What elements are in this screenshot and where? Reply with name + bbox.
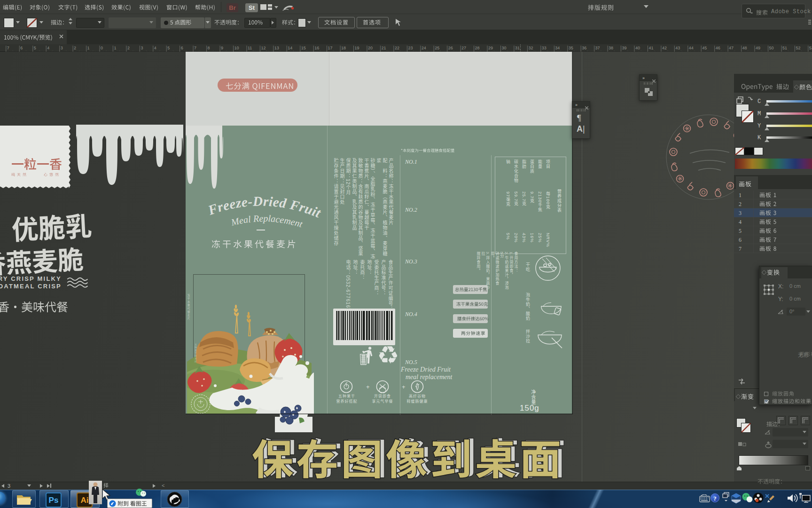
svg-text:2: 2 (127, 46, 130, 50)
svg-text:22: 22 (395, 46, 399, 50)
svg-text:53: 53 (809, 46, 812, 50)
svg-text:6: 6 (20, 46, 23, 50)
svg-text:17: 17 (328, 46, 333, 50)
svg-text:38: 38 (609, 46, 613, 50)
svg-text:44: 44 (689, 46, 694, 50)
svg-text:18: 18 (341, 46, 346, 50)
svg-text:51: 51 (782, 46, 787, 50)
svg-text:9: 9 (221, 46, 223, 50)
svg-text:16: 16 (314, 46, 319, 50)
svg-text:8: 8 (208, 46, 210, 50)
svg-text:50: 50 (769, 46, 774, 50)
svg-text:0: 0 (101, 46, 103, 50)
svg-text:34: 34 (555, 46, 560, 50)
svg-text:7: 7 (194, 46, 196, 50)
svg-text:5: 5 (167, 46, 170, 50)
svg-text:28: 28 (475, 46, 480, 50)
svg-text:40: 40 (635, 46, 640, 50)
svg-text:12: 12 (261, 46, 265, 50)
svg-text:1: 1 (87, 46, 90, 50)
svg-text:21: 21 (381, 46, 386, 50)
svg-text:37: 37 (595, 46, 600, 50)
svg-text:27: 27 (461, 46, 466, 50)
svg-text:20: 20 (368, 46, 373, 50)
svg-text:39: 39 (622, 46, 627, 50)
svg-text:25: 25 (435, 46, 439, 50)
svg-text:36: 36 (582, 46, 586, 50)
svg-text:49: 49 (756, 46, 760, 50)
svg-text:42: 42 (662, 46, 667, 50)
svg-text:Meal Replacement: Meal Replacement (230, 213, 304, 230)
svg-text:35: 35 (569, 46, 573, 50)
svg-text:43: 43 (675, 46, 680, 50)
svg-text:14: 14 (288, 46, 292, 50)
svg-text:45: 45 (702, 46, 707, 50)
svg-text:30: 30 (502, 46, 507, 50)
svg-text:2: 2 (74, 46, 76, 50)
svg-text:4: 4 (154, 46, 156, 50)
svg-text:26: 26 (448, 46, 453, 50)
svg-text:5: 5 (34, 46, 36, 50)
svg-text:19: 19 (355, 46, 359, 50)
svg-text:13: 13 (274, 46, 279, 50)
svg-text:6: 6 (181, 46, 183, 50)
svg-text:3: 3 (141, 46, 143, 50)
svg-text:29: 29 (488, 46, 493, 50)
svg-text:11: 11 (248, 46, 252, 50)
svg-text:47: 47 (729, 46, 734, 50)
svg-text:10: 10 (234, 46, 239, 50)
svg-text:23: 23 (408, 46, 413, 50)
svg-text:7: 7 (7, 46, 9, 50)
svg-text:1: 1 (114, 46, 116, 50)
svg-text:24: 24 (422, 46, 426, 50)
svg-text:4: 4 (47, 46, 49, 50)
svg-text:15: 15 (301, 46, 306, 50)
svg-text:3: 3 (61, 46, 63, 50)
svg-text:52: 52 (796, 46, 800, 50)
svg-text:31: 31 (515, 46, 520, 50)
svg-text:33: 33 (542, 46, 547, 50)
svg-text:32: 32 (528, 46, 533, 50)
svg-text:48: 48 (742, 46, 747, 50)
svg-text:41: 41 (649, 46, 654, 50)
svg-text:46: 46 (716, 46, 720, 50)
